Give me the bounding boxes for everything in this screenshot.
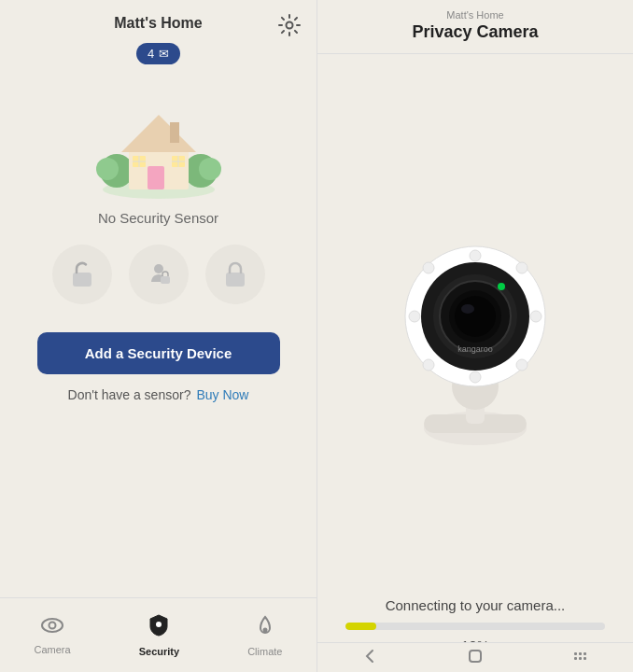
svg-point-34: [423, 262, 434, 273]
left-bottom-nav: Camera Security Climate: [0, 597, 316, 672]
right-home-icon[interactable]: [467, 648, 484, 668]
svg-rect-51: [584, 652, 586, 655]
right-back-icon[interactable]: [361, 648, 378, 668]
left-home-title: Matt's Home: [114, 15, 202, 32]
svg-point-32: [409, 311, 420, 322]
dont-have-sensor-row: Don't have a sensor? Buy Now: [68, 387, 249, 402]
climate-nav-label: Climate: [247, 646, 282, 657]
svg-point-23: [262, 628, 267, 633]
right-page-title: Privacy Camera: [332, 22, 618, 42]
right-panel: Matt's Home Privacy Camera: [316, 0, 633, 672]
svg-point-22: [156, 622, 162, 627]
camera-nav-label: Camera: [35, 644, 71, 655]
right-phone-nav: [317, 642, 633, 672]
svg-rect-19: [226, 273, 245, 287]
lock-icons-row: [52, 245, 265, 304]
svg-point-42: [455, 296, 496, 337]
security-shield-icon: [148, 613, 169, 643]
svg-point-21: [49, 623, 56, 629]
camera-eye-icon: [40, 615, 64, 641]
person-lock-icon-circle: [129, 245, 189, 304]
svg-rect-48: [574, 657, 577, 660]
svg-point-0: [287, 22, 293, 29]
lock-icon-circle: [205, 245, 265, 304]
svg-point-17: [154, 264, 163, 273]
mail-icon: ✉: [159, 47, 169, 61]
svg-point-5: [199, 158, 221, 180]
svg-point-20: [42, 619, 63, 632]
left-panel: Matt's Home 4 ✉: [0, 0, 316, 672]
progress-bar-container: [345, 623, 605, 630]
right-home-title: Matt's Home: [332, 9, 618, 21]
climate-icon: [255, 613, 275, 643]
nav-item-camera[interactable]: Camera: [20, 608, 86, 663]
buy-now-link[interactable]: Buy Now: [196, 387, 248, 402]
right-menu-icon[interactable]: [572, 648, 589, 668]
svg-rect-52: [584, 657, 586, 660]
svg-rect-46: [470, 651, 481, 662]
unlock-icon-circle: [52, 245, 112, 304]
svg-rect-49: [579, 652, 582, 655]
svg-point-35: [516, 262, 528, 273]
svg-point-43: [461, 304, 474, 314]
svg-point-44: [498, 283, 505, 290]
svg-rect-16: [73, 273, 91, 287]
message-count: 4: [148, 47, 154, 61]
svg-rect-9: [148, 166, 164, 189]
no-sensor-label: No Security Sensor: [98, 210, 218, 226]
svg-rect-50: [579, 657, 582, 660]
left-header: Matt's Home: [0, 0, 316, 39]
security-nav-label: Security: [139, 646, 179, 657]
svg-text:kangaroo: kangaroo: [457, 344, 493, 354]
svg-rect-47: [574, 652, 577, 655]
svg-marker-7: [121, 115, 196, 152]
connecting-text: Connecting to your camera...: [345, 597, 605, 613]
nav-item-climate[interactable]: Climate: [232, 606, 297, 665]
svg-point-30: [470, 250, 481, 261]
svg-rect-8: [170, 122, 179, 143]
progress-bar-fill: [345, 623, 376, 630]
svg-point-36: [423, 359, 434, 371]
right-header: Matt's Home Privacy Camera: [317, 0, 633, 54]
dont-have-sensor-text: Don't have a sensor?: [68, 387, 191, 402]
nav-item-security[interactable]: Security: [124, 606, 194, 665]
svg-rect-18: [161, 276, 170, 284]
message-badge[interactable]: 4 ✉: [136, 43, 180, 64]
svg-point-37: [516, 359, 528, 371]
svg-point-31: [470, 371, 481, 383]
svg-point-33: [530, 311, 542, 322]
add-security-device-button[interactable]: Add a Security Device: [37, 332, 280, 374]
camera-image-container: kangaroo: [317, 54, 633, 597]
camera-illustration: kangaroo: [373, 204, 578, 447]
house-illustration: [93, 87, 224, 199]
svg-point-3: [96, 158, 119, 180]
gear-icon[interactable]: [277, 13, 302, 37]
